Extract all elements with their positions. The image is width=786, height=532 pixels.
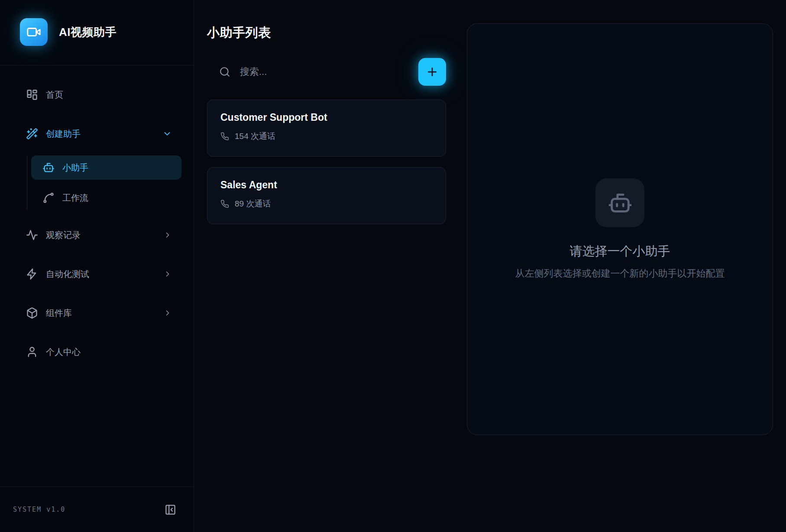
assistant-name: Sales Agent xyxy=(220,179,433,191)
workflow-spline-icon xyxy=(42,192,55,204)
assistant-card[interactable]: Sales Agent 89 次通话 xyxy=(207,167,446,224)
sidebar-item-observation-logs[interactable]: 观察记录 xyxy=(12,223,181,247)
sidebar-item-automated-testing[interactable]: 自动化测试 xyxy=(12,262,181,286)
sidebar-item-label: 观察记录 xyxy=(46,229,155,241)
panel-left-close-icon xyxy=(165,504,176,516)
sidebar-item-label: 个人中心 xyxy=(46,346,81,358)
assistant-detail-panel: 请选择一个小助手 从左侧列表选择或创建一个新的小助手以开始配置 xyxy=(467,23,773,435)
sidebar-item-component-library[interactable]: 组件库 xyxy=(12,301,181,325)
chevron-right-icon xyxy=(163,231,172,239)
app-logo xyxy=(20,18,48,46)
assistant-card[interactable]: Customer Support Bot 154 次通话 xyxy=(207,100,446,157)
search-box xyxy=(207,66,418,77)
search-row xyxy=(207,58,446,86)
bot-icon xyxy=(608,190,633,216)
sidebar-item-assistants[interactable]: 小助手 xyxy=(31,155,181,180)
sidebar-item-label: 组件库 xyxy=(46,307,155,319)
sidebar-item-label: 创建助手 xyxy=(46,128,155,140)
create-assistant-submenu: 小助手 工作流 xyxy=(27,155,181,210)
assistant-cards: Customer Support Bot 154 次通话 Sales Agent xyxy=(207,100,446,224)
user-icon xyxy=(26,346,38,358)
sidebar-item-label: 自动化测试 xyxy=(46,268,155,280)
assistant-call-count: 89 次通话 xyxy=(220,198,433,210)
activity-icon xyxy=(26,229,38,241)
collapse-sidebar-button[interactable] xyxy=(165,504,176,516)
sidebar-footer: SYSTEM v1.0 xyxy=(0,487,194,532)
zap-icon xyxy=(26,268,38,280)
sidebar-item-label: 小助手 xyxy=(62,162,88,174)
sidebar-item-label: 工作流 xyxy=(62,192,88,204)
call-count-label: 154 次通话 xyxy=(235,131,275,142)
phone-icon xyxy=(220,132,229,141)
wand-sparkles-icon xyxy=(26,128,38,140)
sidebar-item-create-assistant[interactable]: 创建助手 xyxy=(12,122,181,146)
bot-icon xyxy=(42,161,55,174)
assistant-list-panel: 小助手列表 Customer Support Bot xyxy=(194,0,467,532)
sidebar-item-profile[interactable]: 个人中心 xyxy=(12,340,181,364)
brand: AI视频助手 xyxy=(0,0,194,65)
sidebar: AI视频助手 首页 创建助手 xyxy=(0,0,194,532)
sidebar-item-workflow[interactable]: 工作流 xyxy=(31,186,181,210)
chevron-right-icon xyxy=(163,309,172,317)
video-camera-icon xyxy=(26,25,41,39)
empty-state-icon-tile xyxy=(595,178,644,227)
sidebar-item-label: 首页 xyxy=(46,89,63,101)
search-icon xyxy=(219,66,230,77)
call-count-label: 89 次通话 xyxy=(235,198,271,210)
system-version: SYSTEM v1.0 xyxy=(13,506,65,513)
sidebar-item-home[interactable]: 首页 xyxy=(12,83,181,107)
sidebar-nav: 首页 创建助手 小助手 xyxy=(0,65,194,487)
plus-icon xyxy=(426,65,439,78)
assistant-call-count: 154 次通话 xyxy=(220,131,433,142)
box-icon xyxy=(26,307,38,319)
chevron-right-icon xyxy=(163,270,172,278)
page-title: 小助手列表 xyxy=(207,24,446,42)
phone-icon xyxy=(220,200,229,208)
empty-state: 请选择一个小助手 从左侧列表选择或创建一个新的小助手以开始配置 xyxy=(515,178,725,280)
dashboard-icon xyxy=(26,89,38,101)
search-input[interactable] xyxy=(240,66,418,77)
app-title: AI视频助手 xyxy=(59,25,116,40)
add-assistant-button[interactable] xyxy=(418,58,446,86)
chevron-down-icon xyxy=(162,129,172,139)
empty-state-subtitle: 从左侧列表选择或创建一个新的小助手以开始配置 xyxy=(515,267,725,280)
assistant-name: Customer Support Bot xyxy=(220,112,433,123)
empty-state-title: 请选择一个小助手 xyxy=(570,243,670,260)
